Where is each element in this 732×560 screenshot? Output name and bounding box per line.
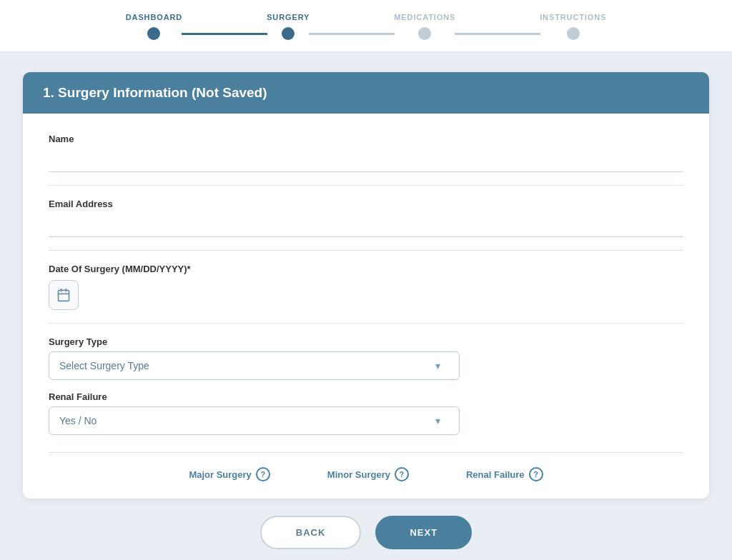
help-major-surgery-label[interactable]: Major Surgery [189, 469, 251, 480]
card-title: 1. Surgery Information (Not Saved) [43, 85, 267, 100]
renal-failure-label: Renal Failure [49, 391, 683, 402]
step-line-3 [455, 33, 540, 35]
card-header: 1. Surgery Information (Not Saved) [23, 72, 709, 114]
divider-1 [49, 185, 683, 186]
name-field: Name [49, 134, 683, 172]
help-minor-surgery-label[interactable]: Minor Surgery [327, 469, 390, 480]
progress-bar: DASHBOARD SURGERY MEDICATIONS INSTRUCTIO… [0, 0, 732, 52]
step-medications-label: MEDICATIONS [394, 13, 455, 21]
next-button[interactable]: NEXT [375, 516, 472, 549]
main-content: 1. Surgery Information (Not Saved) Name … [23, 72, 709, 560]
surgery-type-section: Surgery Type Select Surgery Type Major S… [49, 336, 683, 380]
renal-failure-section: Renal Failure Yes / No Yes No ▾ [49, 391, 683, 435]
surgery-type-label: Surgery Type [49, 336, 683, 347]
help-row: Major Surgery ? Minor Surgery ? Renal Fa… [49, 452, 683, 481]
svg-rect-0 [59, 290, 69, 301]
step-medications[interactable]: MEDICATIONS [394, 13, 455, 40]
step-dashboard-label: DASHBOARD [126, 13, 182, 21]
step-surgery-label: SURGERY [267, 13, 310, 21]
date-field: Date Of Surgery (MM/DD/YYYY)* [49, 264, 683, 310]
surgery-info-card: 1. Surgery Information (Not Saved) Name … [23, 72, 709, 499]
step-dashboard-dot [147, 27, 160, 40]
step-instructions[interactable]: INSTRUCTIONS [540, 13, 606, 40]
calendar-button[interactable] [49, 280, 79, 310]
step-medications-dot [418, 27, 431, 40]
date-label: Date Of Surgery (MM/DD/YYYY)* [49, 264, 683, 274]
help-renal-failure-icon[interactable]: ? [529, 467, 543, 481]
name-label: Name [49, 134, 683, 144]
email-field: Email Address [49, 199, 683, 237]
calendar-icon [56, 288, 71, 302]
step-surgery[interactable]: SURGERY [267, 13, 310, 40]
divider-3 [49, 323, 683, 324]
help-major-surgery[interactable]: Major Surgery ? [189, 467, 269, 481]
name-input[interactable] [49, 149, 683, 172]
help-renal-failure-label[interactable]: Renal Failure [466, 469, 525, 480]
step-line-2 [309, 33, 395, 35]
step-instructions-label: INSTRUCTIONS [540, 13, 606, 21]
step-instructions-dot [567, 27, 580, 40]
navigation-buttons: BACK NEXT [23, 516, 709, 549]
email-input[interactable] [49, 214, 683, 237]
card-body: Name Email Address Date Of Surgery (MM/D… [23, 114, 709, 499]
step-line-1 [182, 33, 267, 35]
surgery-type-select[interactable]: Select Surgery Type Major Surgery Minor … [49, 351, 460, 380]
help-renal-failure[interactable]: Renal Failure ? [466, 467, 543, 481]
divider-2 [49, 250, 683, 251]
back-button[interactable]: BACK [260, 516, 362, 549]
step-surgery-dot [282, 27, 295, 40]
help-minor-surgery[interactable]: Minor Surgery ? [327, 467, 409, 481]
step-dashboard[interactable]: DASHBOARD [126, 13, 182, 40]
help-major-surgery-icon[interactable]: ? [256, 467, 270, 481]
surgery-type-dropdown-wrapper: Select Surgery Type Major Surgery Minor … [49, 351, 683, 380]
help-minor-surgery-icon[interactable]: ? [395, 467, 409, 481]
renal-failure-select[interactable]: Yes / No Yes No [49, 406, 460, 435]
renal-failure-dropdown-wrapper: Yes / No Yes No ▾ [49, 406, 683, 435]
email-label: Email Address [49, 199, 683, 209]
